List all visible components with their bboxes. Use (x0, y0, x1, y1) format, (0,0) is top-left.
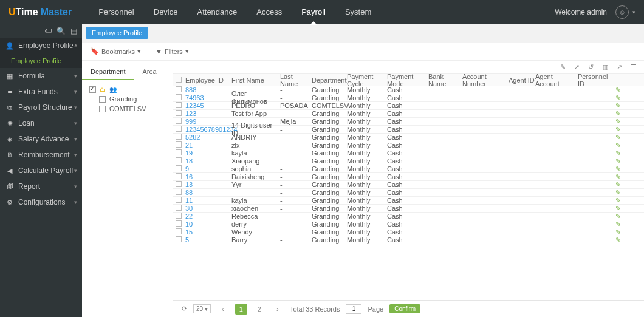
row-checkbox[interactable] (176, 94, 182, 100)
row-checkbox[interactable] (176, 157, 182, 163)
nav-system[interactable]: System (335, 0, 381, 24)
employee-id-link[interactable]: 16 (185, 173, 193, 180)
table-row[interactable]: 5Barry-GrandingMonthlyCash✎ (173, 236, 644, 244)
edit-row-icon[interactable]: ✎ (612, 110, 624, 118)
sidebar-item-payroll-structure[interactable]: ⧉Payroll Structure▾ (0, 100, 82, 115)
col-last-name[interactable]: Last Name (280, 73, 312, 87)
row-checkbox[interactable] (176, 165, 182, 171)
tag-icon[interactable]: 🏷 (44, 27, 52, 35)
row-checkbox[interactable] (176, 86, 182, 92)
user-menu-caret-icon[interactable]: ▾ (632, 9, 635, 15)
row-checkbox[interactable] (176, 205, 182, 211)
employee-id-link[interactable]: 5282 (185, 134, 200, 141)
employee-id-link[interactable]: 18 (185, 157, 193, 165)
tree-tab-area[interactable]: Area (134, 64, 165, 80)
edit-row-icon[interactable]: ✎ (612, 149, 624, 157)
col-bank-name[interactable]: Bank Name (428, 73, 462, 87)
table-row[interactable]: 11kayla-GrandingMonthlyCash✎ (173, 197, 644, 205)
row-checkbox[interactable] (176, 213, 182, 219)
table-row[interactable]: 13Yyr-GrandingMonthlyCash✎ (173, 181, 644, 189)
edit-row-icon[interactable]: ✎ (612, 141, 624, 149)
employee-id-link[interactable]: 11 (185, 197, 193, 204)
page-2-button[interactable]: 2 (253, 304, 265, 315)
employee-id-link[interactable]: 19 (185, 149, 193, 157)
tree-node-granding[interactable]: Granding (89, 94, 165, 104)
table-row[interactable]: 19kayla-GrandingMonthlyCash✎ (173, 149, 644, 157)
col-payment-cycle[interactable]: Payment Cycle (347, 73, 387, 87)
sidebar-item-loan[interactable]: ✺Loan▾ (0, 115, 82, 131)
row-checkbox[interactable] (176, 110, 182, 116)
nav-access[interactable]: Access (247, 0, 292, 24)
edit-row-icon[interactable]: ✎ (612, 181, 624, 189)
table-row[interactable]: 123Test for AppGrandingMonthlyCash✎ (173, 110, 644, 118)
col-account-number[interactable]: Account Number (462, 73, 509, 87)
table-row[interactable]: 9sophia-GrandingMonthlyCash✎ (173, 165, 644, 173)
row-checkbox[interactable] (176, 173, 182, 179)
employee-id-link[interactable]: 888 (185, 86, 196, 94)
table-row[interactable]: 30xiaochen-GrandingMonthlyCash✎ (173, 205, 644, 213)
edit-row-icon[interactable]: ✎ (612, 228, 624, 236)
row-checkbox[interactable] (176, 102, 182, 108)
sidebar-sub-employee-profile[interactable]: Employee Profile (0, 53, 82, 68)
tree-node-comtelsv[interactable]: COMTELSV (89, 104, 165, 114)
table-row[interactable]: 15Wendy-GrandingMonthlyCash✎ (173, 228, 644, 236)
columns-icon[interactable]: ▥ (602, 63, 608, 71)
nav-payroll[interactable]: Payroll (292, 0, 335, 24)
col-department[interactable]: Department (312, 77, 347, 84)
row-checkbox[interactable] (176, 141, 182, 148)
table-row[interactable]: 21zlx-GrandingMonthlyCash✎ (173, 141, 644, 149)
edit-row-icon[interactable]: ✎ (612, 205, 624, 213)
table-row[interactable]: 1234567890123414 Digits user ID-Granding… (173, 126, 644, 134)
employee-id-link[interactable]: 123 (185, 110, 196, 117)
edit-row-icon[interactable]: ✎ (612, 126, 624, 134)
employee-id-link[interactable]: 22 (185, 213, 193, 220)
table-row[interactable]: 16Daixisheng-GrandingMonthlyCash✎ (173, 173, 644, 181)
edit-row-icon[interactable]: ✎ (612, 173, 624, 181)
goto-page-input[interactable] (346, 304, 361, 314)
settings-icon[interactable]: ☰ (631, 63, 637, 71)
employee-id-link[interactable]: 15 (185, 228, 193, 236)
table-row[interactable]: 10derry-GrandingMonthlyCash✎ (173, 220, 644, 228)
col-agent-account[interactable]: Agent Account (535, 73, 578, 87)
employee-id-link[interactable]: 10 (185, 220, 193, 228)
table-row[interactable]: 18Xiaopang-GrandingMonthlyCash✎ (173, 157, 644, 165)
table-row[interactable]: 88-GrandingMonthlyCash✎ (173, 189, 644, 197)
employee-id-link[interactable]: 5 (185, 236, 189, 244)
tree-root[interactable]: 🗀 👥 (89, 85, 165, 94)
page-size-select[interactable]: 20 ▾ (193, 304, 211, 313)
refresh-icon[interactable]: ⟳ (182, 305, 187, 313)
checkbox-icon[interactable] (99, 96, 106, 103)
employee-id-link[interactable]: 999 (185, 118, 196, 125)
edit-row-icon[interactable]: ✎ (612, 86, 624, 94)
row-checkbox[interactable] (176, 220, 182, 227)
table-row[interactable]: 74963Олег Филимонов-GrandingMonthlyCash✎ (173, 94, 644, 102)
nav-personnel[interactable]: Personnel (89, 0, 144, 24)
collapse-icon[interactable]: ▤ (70, 27, 77, 35)
employee-id-link[interactable]: 74963 (185, 94, 204, 101)
checkbox-icon[interactable] (89, 86, 96, 93)
edit-row-icon[interactable]: ✎ (612, 165, 624, 173)
edit-row-icon[interactable]: ✎ (612, 118, 624, 126)
tab-employee-profile[interactable]: Employee Profile (86, 27, 148, 39)
sidebar-item-formula[interactable]: ▦Formula▾ (0, 68, 82, 84)
employee-id-link[interactable]: 88 (185, 189, 193, 196)
confirm-button[interactable]: Confirm (389, 304, 420, 313)
checkbox-icon[interactable] (99, 106, 106, 112)
row-checkbox[interactable] (176, 126, 182, 132)
sidebar-item-salary-advance[interactable]: ◈Salary Advance▾ (0, 131, 82, 147)
sidebar-item-report[interactable]: 🗐Report▾ (0, 179, 82, 194)
select-all-checkbox[interactable] (176, 77, 182, 83)
col-personnel-id[interactable]: Personnel ID (578, 73, 612, 87)
user-avatar-icon[interactable]: ☺ (615, 5, 629, 19)
employee-id-link[interactable]: 21 (185, 141, 193, 149)
row-checkbox[interactable] (176, 134, 182, 140)
row-checkbox[interactable] (176, 228, 182, 234)
undo-icon[interactable]: ↺ (588, 63, 594, 71)
nav-device[interactable]: Device (144, 0, 188, 24)
edit-row-icon[interactable]: ✎ (612, 157, 624, 165)
sidebar-item-reimbursement[interactable]: 🗎Reimbursement▾ (0, 147, 82, 163)
table-row[interactable]: 12345PEDROPOSADACOMTELSVMonthlyCash✎ (173, 102, 644, 110)
row-checkbox[interactable] (176, 236, 182, 242)
edit-row-icon[interactable]: ✎ (612, 134, 624, 141)
row-checkbox[interactable] (176, 149, 182, 155)
